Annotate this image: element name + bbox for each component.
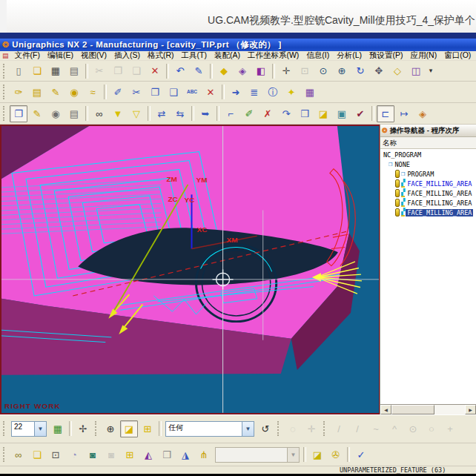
attach-clip-icon[interactable]: ✇	[327, 446, 345, 463]
viewport-canvas[interactable]: ZM YM ZC YC XC XM RIGHT WORK	[1, 126, 379, 413]
save-icon[interactable]: ▦	[47, 62, 65, 79]
pan-view-icon[interactable]: ✥	[370, 62, 388, 79]
scroll-thumb[interactable]	[391, 405, 434, 414]
part-door-icon[interactable]: ◧	[252, 62, 270, 79]
boolean-box-icon[interactable]: ◪	[308, 446, 326, 463]
menu-information[interactable]: 信息(I)	[303, 51, 333, 61]
menu-tools[interactable]: 工具(T)	[178, 51, 211, 61]
snap-point-icon[interactable]: ✑	[10, 84, 27, 101]
snap-endpoint-icon[interactable]: /	[330, 420, 348, 437]
adjust-tool-icon[interactable]: ⋔	[195, 446, 213, 463]
shaded-box-icon[interactable]: ◆	[215, 62, 233, 79]
snap-center-icon[interactable]: ⊙	[404, 420, 422, 437]
wave-link-icon[interactable]: ▤	[65, 105, 83, 122]
view-dropdown-icon[interactable]: ▾	[426, 62, 436, 79]
snap-arc-icon[interactable]: ^	[386, 420, 403, 437]
menu-format[interactable]: 格式(R)	[144, 51, 178, 61]
zoom-in-out-icon[interactable]: ⊕	[333, 62, 351, 79]
navigator-header[interactable]: ❂ 操作导航器 - 程序次序	[380, 125, 476, 137]
copy-icon[interactable]: ❐	[109, 62, 127, 79]
point-constructor-icon[interactable]: ✛	[303, 420, 320, 437]
delete-toolpath-icon[interactable]: ✗	[259, 105, 277, 122]
object-display-icon[interactable]: ◉	[47, 105, 65, 122]
rotate-view-icon[interactable]: ↻	[351, 62, 369, 79]
menu-application[interactable]: 应用(N)	[407, 51, 441, 61]
object-list-icon[interactable]: ≣	[245, 84, 263, 101]
cut-object-icon[interactable]: ✂	[128, 84, 145, 101]
title-bar[interactable]: ❂ Unigraphics NX 2 - Manufacturing - [ca…	[0, 39, 476, 50]
paste-object-icon[interactable]: ❑	[165, 84, 182, 101]
verify-check-icon[interactable]: ✓	[352, 446, 370, 463]
menu-assemblies[interactable]: 装配(A)	[211, 51, 244, 61]
menu-file[interactable]: 文件(F)	[11, 51, 44, 61]
assembly-box-icon[interactable]: ◈	[234, 62, 251, 79]
node-program[interactable]: ❒PROGRAM	[380, 169, 476, 179]
delete-object-icon[interactable]: ✕	[202, 84, 219, 101]
menu-view[interactable]: 视图(V)	[77, 51, 110, 61]
transform-icon[interactable]: ➜	[227, 84, 245, 101]
menu-edit[interactable]: 编辑(E)	[44, 51, 77, 61]
edit-display-icon[interactable]: ✎	[28, 105, 46, 122]
spreadsheet-icon[interactable]: ▦	[301, 84, 319, 101]
copy-display-icon[interactable]: ❐	[10, 105, 27, 122]
edit-toolpath-icon[interactable]: ✐	[240, 105, 258, 122]
menu-analysis[interactable]: 分析(L)	[333, 51, 366, 61]
feature-combo-dropdown-icon[interactable]: ▼	[287, 448, 299, 462]
machine-tool-view-icon[interactable]: ↦	[395, 105, 413, 122]
edit-text-icon[interactable]: ABC	[183, 84, 201, 101]
sketch-circle-icon[interactable]: ◉	[65, 84, 83, 101]
layer-settings-icon[interactable]: ▦	[49, 420, 67, 437]
navigator-hscrollbar[interactable]: ◀ ▶	[380, 404, 476, 414]
delete-icon[interactable]: ✕	[146, 62, 164, 79]
verify-toolpath-icon[interactable]: ▣	[333, 105, 351, 122]
node-face-milling-1[interactable]: ▞FACE_MILLING_AREA	[380, 179, 476, 188]
perspective-box-icon[interactable]: ◇	[389, 62, 406, 79]
shaded-feature-icon[interactable]: ◔	[65, 446, 83, 463]
snapshot-icon[interactable]: ◙	[84, 446, 102, 463]
print-icon[interactable]: ▤	[65, 62, 83, 79]
cut-icon[interactable]: ✂	[90, 62, 108, 79]
new-icon[interactable]: ▯	[10, 62, 27, 79]
zoom-box-icon[interactable]: ⊡	[296, 62, 314, 79]
wcs-orient-icon[interactable]: ⊞	[139, 420, 156, 437]
csys-cursor-icon[interactable]: ✢	[74, 420, 92, 437]
replay-toolpath-icon[interactable]: ↷	[277, 105, 295, 122]
highlight-icon[interactable]: ✦	[282, 84, 300, 101]
node-face-milling-2[interactable]: ▞FACE_MILLING_AREA	[380, 188, 476, 198]
select-feature-icon[interactable]: ⊡	[47, 446, 65, 463]
filter-add-icon[interactable]: ▼	[109, 105, 127, 122]
open-icon[interactable]: ❏	[28, 62, 46, 79]
scroll-track[interactable]	[434, 405, 465, 414]
reset-orientation-icon[interactable]: ↺	[257, 420, 274, 437]
wireframe-box-icon[interactable]: ◫	[407, 62, 425, 79]
edit-list-icon[interactable]: ✎	[190, 62, 208, 79]
find-object-icon[interactable]: ∞	[90, 105, 108, 122]
resize-feature-icon[interactable]: ❒	[158, 446, 176, 463]
fit-view-icon[interactable]: ✛	[277, 62, 295, 79]
datum-grid-icon[interactable]: ▤	[28, 84, 46, 101]
filter-ok-icon[interactable]: ▽	[128, 105, 145, 122]
snap-type-combo-value[interactable]: 任何	[166, 422, 242, 436]
name-column-header[interactable]: 名称	[380, 137, 476, 149]
layer-combo-dropdown-icon[interactable]: ▼	[34, 422, 46, 436]
mirror-feature-icon[interactable]: ◭	[139, 446, 157, 463]
reorder-forward-icon[interactable]: ⇄	[153, 105, 171, 122]
sketch-spline-icon[interactable]: ≈	[84, 84, 102, 101]
node-face-milling-3[interactable]: ▞FACE_MILLING_AREA	[380, 198, 476, 208]
menu-preferences[interactable]: 预设置(P)	[366, 51, 407, 61]
menu-insert[interactable]: 插入(S)	[110, 51, 144, 61]
sketch-pencil-icon[interactable]: ✎	[47, 84, 65, 101]
operation-navigator-icon[interactable]: ⊏	[377, 105, 394, 122]
snap-type-combo[interactable]: 任何▼	[165, 421, 254, 437]
node-nc-program[interactable]: NC_PROGRAM	[380, 150, 476, 159]
copy-feature-icon[interactable]: ❏	[28, 446, 46, 463]
find-feature-icon[interactable]: ∞	[10, 446, 27, 463]
copy-toolpath-icon[interactable]: ❒	[296, 105, 314, 122]
zoom-region-icon[interactable]: ⊙	[314, 62, 332, 79]
object-info-icon[interactable]: ⓘ	[264, 84, 282, 101]
menu-window[interactable]: 窗口(O)	[440, 51, 475, 61]
copy-object-icon[interactable]: ❐	[146, 84, 164, 101]
paste-icon[interactable]: ❑	[128, 62, 145, 79]
menu-wcs[interactable]: 工作坐标系(W)	[244, 51, 303, 61]
generate-toolpath-icon[interactable]: ⌐	[222, 105, 239, 122]
